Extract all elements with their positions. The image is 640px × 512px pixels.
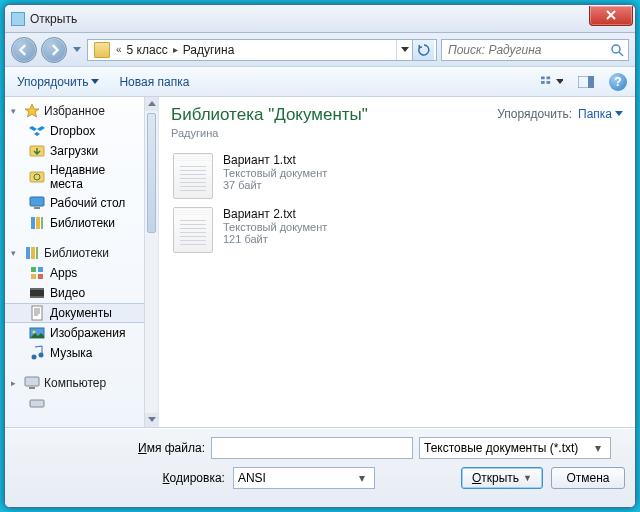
view-options-button[interactable] xyxy=(541,72,563,92)
file-list[interactable]: Вариант 1.txt Текстовый документ 37 байт… xyxy=(159,145,635,261)
scroll-thumb[interactable] xyxy=(147,113,156,233)
titlebar: Открыть xyxy=(5,5,635,33)
sidebar-group-libraries[interactable]: ▾ Библиотеки xyxy=(5,243,145,263)
encoding-select[interactable]: ANSI ▾ xyxy=(233,467,375,489)
nav-history-dropdown[interactable] xyxy=(71,40,83,60)
sidebar-item-desktop[interactable]: Рабочий стол xyxy=(5,193,145,213)
file-size: 121 байт xyxy=(223,233,327,245)
file-item[interactable]: Вариант 1.txt Текстовый документ 37 байт xyxy=(171,149,623,203)
file-name: Вариант 1.txt xyxy=(223,153,327,167)
sidebar-group-computer[interactable]: ▸ Компьютер xyxy=(5,373,145,393)
documents-icon xyxy=(29,305,45,321)
close-button[interactable] xyxy=(589,6,633,26)
svg-point-28 xyxy=(32,355,37,360)
sidebar-item-apps[interactable]: Apps xyxy=(5,263,145,283)
help-button[interactable]: ? xyxy=(609,73,627,91)
sidebar-scrollbar[interactable] xyxy=(144,97,158,427)
svg-rect-6 xyxy=(588,76,594,88)
organize-button[interactable]: Упорядочить xyxy=(13,73,103,91)
cancel-button[interactable]: Отмена xyxy=(551,467,625,489)
folder-icon xyxy=(94,42,110,58)
toolbar: Упорядочить Новая папка ? xyxy=(5,67,635,97)
library-title: Библиотека "Документы" xyxy=(171,105,497,125)
encoding-label: Кодировка: xyxy=(35,471,225,485)
refresh-button[interactable] xyxy=(412,40,434,60)
svg-rect-2 xyxy=(547,76,551,79)
sidebar-item-drive[interactable] xyxy=(5,393,145,413)
sidebar-item-recent[interactable]: Недавние места xyxy=(5,161,145,193)
close-icon xyxy=(606,10,616,20)
svg-rect-10 xyxy=(30,197,44,206)
chevron-down-icon: ▾ xyxy=(590,441,606,455)
chevron-down-icon xyxy=(615,111,623,117)
svg-rect-32 xyxy=(30,400,44,407)
libraries-label: Библиотеки xyxy=(44,246,109,260)
back-button[interactable] xyxy=(11,37,37,63)
file-type: Текстовый документ xyxy=(223,167,327,179)
file-type-filter[interactable]: Текстовые документы (*.txt) ▾ xyxy=(419,437,611,459)
file-size: 37 байт xyxy=(223,179,327,191)
svg-rect-24 xyxy=(30,296,44,298)
sidebar-item-video[interactable]: Видео xyxy=(5,283,145,303)
collapse-icon: ▾ xyxy=(11,248,20,258)
sidebar-item-dropbox[interactable]: Dropbox xyxy=(5,121,145,141)
view-icon xyxy=(541,75,556,89)
sidebar-item-documents[interactable]: Документы xyxy=(5,303,145,323)
chevron-down-icon: ▾ xyxy=(354,471,370,485)
text-file-icon xyxy=(173,207,213,253)
svg-rect-17 xyxy=(36,247,38,259)
chevron-down-icon xyxy=(91,79,99,85)
preview-pane-button[interactable] xyxy=(575,72,597,92)
address-dropdown[interactable] xyxy=(396,40,412,60)
svg-rect-4 xyxy=(547,81,551,84)
chevron-down-icon: ▼ xyxy=(523,473,532,483)
svg-rect-15 xyxy=(26,247,30,259)
open-button[interactable]: Открыть ▼ xyxy=(461,467,543,489)
svg-rect-30 xyxy=(25,377,39,386)
scroll-up-icon[interactable] xyxy=(145,97,158,111)
desktop-icon xyxy=(29,195,45,211)
sidebar-group-favorites[interactable]: ▾ Избранное xyxy=(5,101,145,121)
main-pane: Библиотека "Документы" Радугина Упорядоч… xyxy=(159,97,635,427)
downloads-icon xyxy=(29,143,45,159)
text-file-icon xyxy=(173,153,213,199)
sidebar-item-libraries-fav[interactable]: Библиотеки xyxy=(5,213,145,233)
libraries-icon xyxy=(29,215,45,231)
apps-icon xyxy=(29,265,45,281)
breadcrumb-1[interactable]: 5 класс xyxy=(124,43,171,57)
sort-dropdown[interactable]: Папка xyxy=(578,107,623,121)
computer-icon xyxy=(24,375,40,391)
new-folder-button[interactable]: Новая папка xyxy=(115,73,193,91)
chevron-down-icon xyxy=(401,47,409,53)
breadcrumb-2[interactable]: Радугина xyxy=(180,43,238,57)
video-icon xyxy=(29,285,45,301)
svg-rect-1 xyxy=(541,76,545,79)
sidebar-item-music[interactable]: Музыка xyxy=(5,343,145,363)
svg-rect-21 xyxy=(38,274,43,279)
pictures-icon xyxy=(29,325,45,341)
search-input[interactable] xyxy=(446,42,606,58)
file-name: Вариант 2.txt xyxy=(223,207,327,221)
svg-rect-18 xyxy=(31,267,36,272)
address-bar[interactable]: « 5 класс ▸ Радугина xyxy=(87,39,437,61)
breadcrumb-root: « xyxy=(114,44,124,55)
open-file-dialog: Открыть « 5 класс ▸ Радугина xyxy=(4,4,636,508)
preview-pane-icon xyxy=(578,76,594,88)
sidebar: ▾ Избранное Dropbox Загрузки Недавние ме… xyxy=(5,97,159,427)
dropbox-icon xyxy=(29,123,45,139)
svg-point-29 xyxy=(39,353,44,358)
window-title: Открыть xyxy=(30,12,589,26)
forward-button[interactable] xyxy=(41,37,67,63)
svg-rect-16 xyxy=(31,247,35,259)
file-name-input[interactable] xyxy=(211,437,413,459)
music-icon xyxy=(29,345,45,361)
scroll-down-icon[interactable] xyxy=(145,413,158,427)
svg-rect-23 xyxy=(30,288,44,290)
star-icon xyxy=(24,103,40,119)
search-box[interactable] xyxy=(441,39,629,61)
sidebar-item-downloads[interactable]: Загрузки xyxy=(5,141,145,161)
refresh-icon xyxy=(418,44,430,56)
drive-icon xyxy=(29,395,45,411)
sidebar-item-pictures[interactable]: Изображения xyxy=(5,323,145,343)
file-item[interactable]: Вариант 2.txt Текстовый документ 121 бай… xyxy=(171,203,623,257)
